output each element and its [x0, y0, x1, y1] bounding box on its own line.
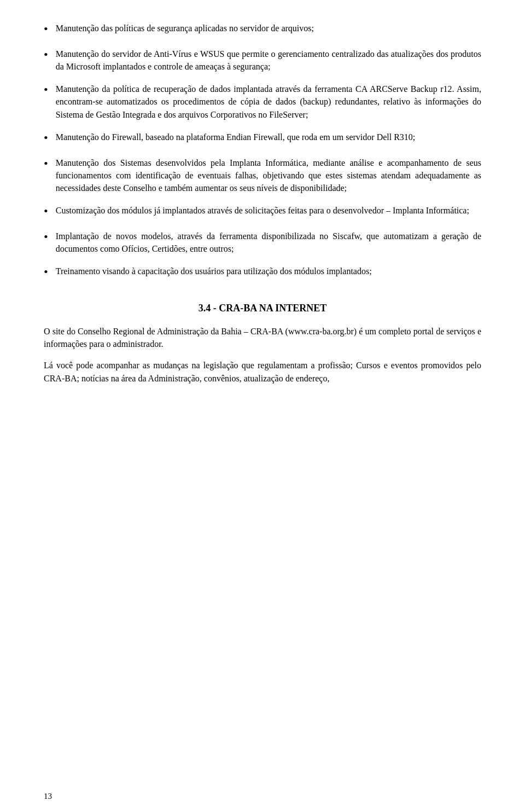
bullet-text: Manutenção da política de recuperação de…: [56, 83, 481, 121]
bullet-text: Manutenção dos Sistemas desenvolvidos pe…: [56, 156, 481, 195]
bullet-icon: •: [44, 130, 48, 147]
bullet-list: • Manutenção das políticas de segurança …: [44, 22, 481, 281]
bullet-icon: •: [44, 82, 48, 98]
list-item: • Manutenção das políticas de segurança …: [44, 22, 481, 38]
bullet-text: Treinamento visando à capacitação dos us…: [56, 265, 481, 277]
page-number: 13: [44, 792, 52, 801]
list-item: • Implantação de novos modelos, através …: [44, 230, 481, 255]
bullet-icon: •: [44, 47, 48, 63]
bullet-icon: •: [44, 203, 48, 220]
list-item: • Manutenção da política de recuperação …: [44, 83, 481, 121]
list-item: • Manutenção do Firewall, baseado na pla…: [44, 131, 481, 147]
bullet-text: Customização dos módulos já implantados …: [56, 204, 481, 217]
section-paragraph-1: O site do Conselho Regional de Administr…: [44, 325, 481, 350]
section-heading: 3.4 - CRA-BA NA INTERNET: [44, 303, 481, 314]
list-item: • Customização dos módulos já implantado…: [44, 204, 481, 220]
list-item: • Treinamento visando à capacitação dos …: [44, 265, 481, 281]
list-item: • Manutenção do servidor de Anti-Vírus e…: [44, 48, 481, 73]
bullet-text: Manutenção do Firewall, baseado na plata…: [56, 131, 481, 143]
list-item: • Manutenção dos Sistemas desenvolvidos …: [44, 156, 481, 195]
bullet-icon: •: [44, 229, 48, 246]
bullet-text: Manutenção das políticas de segurança ap…: [56, 22, 481, 34]
bullet-icon: •: [44, 21, 48, 38]
bullet-text: Implantação de novos modelos, através da…: [56, 230, 481, 255]
content-area: • Manutenção das políticas de segurança …: [44, 22, 481, 385]
bullet-icon: •: [44, 264, 48, 281]
bullet-text: Manutenção do servidor de Anti-Vírus e W…: [56, 48, 481, 73]
section-paragraph-2: Lá você pode acompanhar as mudanças na l…: [44, 359, 481, 384]
bullet-icon: •: [44, 155, 48, 172]
